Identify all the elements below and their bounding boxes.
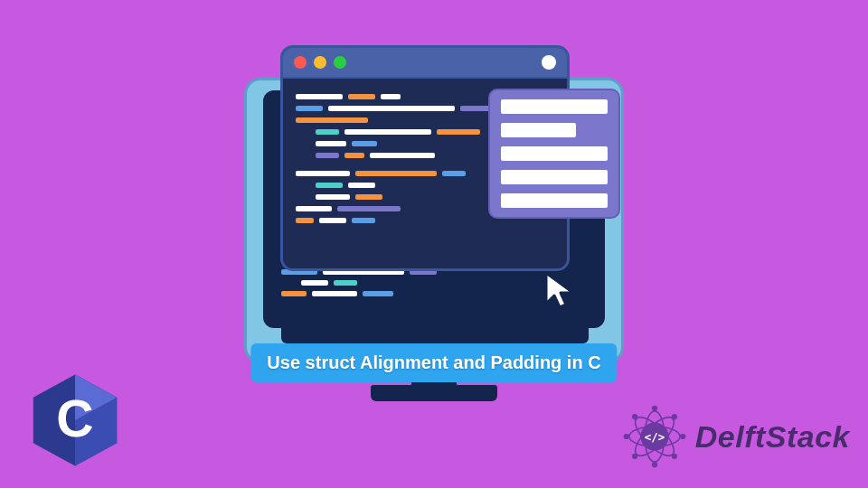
svg-text:</>: </>	[644, 430, 665, 444]
delftstack-emblem-icon: </>	[619, 401, 690, 472]
list-item	[501, 99, 608, 114]
brand-name: DelftStack	[695, 419, 850, 455]
list-item	[501, 193, 608, 208]
svg-point-16	[632, 454, 637, 459]
list-item	[501, 123, 576, 137]
list-panel	[488, 89, 620, 219]
minimize-icon	[314, 56, 326, 69]
list-item	[501, 146, 608, 161]
window-menu-icon	[542, 55, 556, 70]
caption-banner: Use struct Alignment and Padding in C	[250, 343, 617, 382]
close-icon	[294, 56, 307, 69]
list-item	[501, 170, 608, 184]
monitor-base	[371, 385, 497, 401]
svg-point-14	[632, 414, 637, 419]
delftstack-logo: </> DelftStack	[619, 401, 850, 472]
svg-point-11	[623, 434, 628, 439]
window-titlebar	[283, 48, 567, 79]
svg-point-10	[652, 462, 657, 467]
maximize-icon	[334, 56, 346, 69]
c-language-icon: C	[25, 371, 125, 470]
svg-point-9	[652, 406, 657, 411]
svg-point-15	[671, 454, 676, 459]
svg-point-13	[671, 414, 676, 419]
c-letter: C	[56, 389, 93, 447]
cursor-arrow-icon	[541, 269, 584, 313]
svg-point-12	[680, 434, 685, 439]
